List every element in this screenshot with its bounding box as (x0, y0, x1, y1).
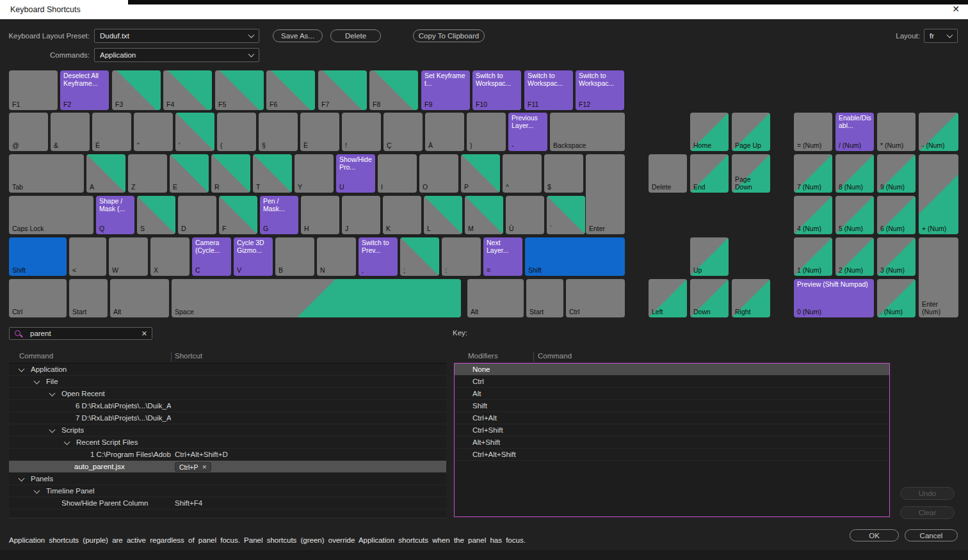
key-[interactable]: À (425, 113, 464, 151)
search-input[interactable]: parent ✕ (9, 327, 152, 340)
preset-dropdown[interactable]: Duduf.txt (94, 29, 259, 43)
key-t[interactable]: T (253, 154, 292, 193)
key-f8[interactable]: F8 (369, 70, 418, 110)
key-b[interactable]: B (275, 237, 314, 276)
key-f[interactable]: F (219, 196, 257, 234)
key-f1[interactable]: F1 (9, 70, 58, 110)
key-n[interactable]: N (317, 237, 356, 276)
modifier-row[interactable]: Shift (455, 400, 889, 412)
key-left[interactable]: Left (649, 279, 687, 317)
close-icon[interactable]: ✕ (952, 4, 960, 14)
key-f3[interactable]: F3 (112, 70, 161, 110)
key-g[interactable]: Pen / Mask...G (260, 196, 298, 234)
command-row[interactable]: 1 C:\Program Files\Adobe'Ctrl+Alt+Shift+… (9, 449, 446, 461)
key-2-num[interactable]: 2 (Num) (835, 237, 874, 276)
key-alt[interactable]: Alt (110, 279, 169, 317)
clear-button[interactable]: Clear (900, 506, 955, 519)
key-u[interactable]: Show/Hide Pro...U (336, 154, 375, 193)
command-row[interactable]: Show/Hide Parent ColumnShift+F4 (9, 497, 446, 509)
clear-search-icon[interactable]: ✕ (141, 330, 147, 338)
key-down[interactable]: Down (690, 279, 729, 317)
key-[interactable]: § (259, 113, 298, 151)
save-as-button[interactable]: Save As... (273, 29, 323, 42)
key-f7[interactable]: F7 (318, 70, 367, 110)
tree-expand-icon[interactable] (34, 378, 40, 385)
key-[interactable]: È (300, 113, 339, 151)
command-row[interactable]: Timeline Panel (9, 485, 446, 497)
key-f4[interactable]: F4 (163, 70, 212, 110)
modifier-row[interactable]: Ctrl+Alt+Shift (455, 449, 889, 461)
remove-shortcut-icon[interactable]: ✕ (202, 464, 207, 470)
key-[interactable]: ; (400, 237, 439, 276)
key-page-down[interactable]: Page Down (732, 154, 770, 193)
modifier-row[interactable]: None (455, 364, 889, 376)
key-[interactable]: ^ (503, 154, 542, 193)
key-f6[interactable]: F6 (266, 70, 315, 110)
tree-expand-icon[interactable] (49, 427, 56, 433)
key-tab[interactable]: Tab (9, 154, 84, 193)
command-row[interactable]: Application (9, 364, 446, 376)
key-shift[interactable]: Shift (525, 237, 625, 276)
key-home[interactable]: Home (690, 113, 729, 151)
key-8-num[interactable]: 8 (Num) (835, 154, 874, 193)
command-row[interactable]: Open Recent (9, 388, 446, 400)
key-ctrl[interactable]: Ctrl (9, 279, 67, 317)
key-alt[interactable]: Alt (467, 279, 524, 317)
key-caps-lock[interactable]: Caps Lock (9, 196, 93, 234)
key-ctrl[interactable]: Ctrl (566, 279, 625, 317)
key-d[interactable]: D (178, 196, 216, 234)
key-a[interactable]: A (86, 154, 125, 193)
key-f11[interactable]: Switch to Workspac...F11 (524, 70, 573, 110)
key-7-num[interactable]: 7 (Num) (794, 154, 832, 193)
command-row[interactable]: File (9, 376, 446, 388)
key-num[interactable]: - (Num) (919, 113, 958, 151)
key-q[interactable]: Shape / Mask (...Q (96, 196, 134, 234)
key-f12[interactable]: Switch to Workspac...F12 (576, 70, 624, 110)
key-right[interactable]: Right (732, 279, 770, 317)
key-4-num[interactable]: 4 (Num) (794, 196, 832, 234)
tree-expand-icon[interactable] (49, 390, 56, 397)
key-w[interactable]: W (109, 237, 148, 276)
key-start[interactable]: Start (526, 279, 563, 317)
key-e[interactable]: E (170, 154, 209, 193)
key-f5[interactable]: F5 (215, 70, 264, 110)
key-[interactable]: Ç (383, 113, 423, 151)
key-enter-num[interactable]: Enter (Num) (919, 237, 958, 317)
key-f9[interactable]: Set Keyframe t...F9 (421, 70, 470, 110)
key-m[interactable]: M (465, 196, 503, 234)
key-c[interactable]: Camera (Cycle...C (192, 237, 231, 276)
key-i[interactable]: I (378, 154, 417, 193)
tree-expand-icon[interactable] (64, 439, 70, 445)
tree-expand-icon[interactable] (19, 366, 25, 372)
key-9-num[interactable]: 9 (Num) (877, 154, 916, 193)
key-num[interactable]: Enable/Disabl.../ (Num) (835, 113, 874, 151)
key-[interactable]: ! (342, 113, 381, 151)
key-3-num[interactable]: 3 (Num) (877, 237, 916, 276)
key-5-num[interactable]: 5 (Num) (835, 196, 874, 234)
key-[interactable]: : (442, 237, 481, 276)
key-page-up[interactable]: Page Up (732, 113, 770, 151)
layout-dropdown[interactable]: fr (924, 29, 958, 43)
key-[interactable]: É (92, 113, 131, 151)
key-y[interactable]: Y (294, 154, 334, 193)
key-o[interactable]: O (419, 154, 458, 193)
key-h[interactable]: H (301, 196, 339, 234)
cancel-button[interactable]: Cancel (905, 529, 958, 541)
key-[interactable]: ` (547, 196, 585, 234)
key-[interactable]: Switch to Prev..., (359, 237, 398, 276)
key-num[interactable]: + (Num) (919, 154, 958, 234)
key-num[interactable]: * (Num) (877, 113, 916, 151)
key-space[interactable]: Space (172, 279, 461, 317)
copy-to-clipboard-button[interactable]: Copy To Clipboard (413, 29, 485, 42)
commands-dropdown[interactable]: Application (94, 48, 259, 62)
key-[interactable]: Previous Layer...- (508, 113, 547, 151)
key-end[interactable]: End (690, 154, 729, 193)
modifier-row[interactable]: Alt+Shift (455, 436, 889, 449)
key-l[interactable]: L (424, 196, 462, 234)
key-num[interactable]: . (Num) (877, 279, 916, 317)
key-delete[interactable]: Delete (649, 154, 687, 193)
ok-button[interactable]: OK (850, 529, 899, 541)
key-f10[interactable]: Switch to Workspac...F10 (472, 70, 521, 110)
tree-expand-icon[interactable] (34, 488, 40, 494)
key-f2[interactable]: Deselect All Keyframe...F2 (60, 70, 109, 110)
